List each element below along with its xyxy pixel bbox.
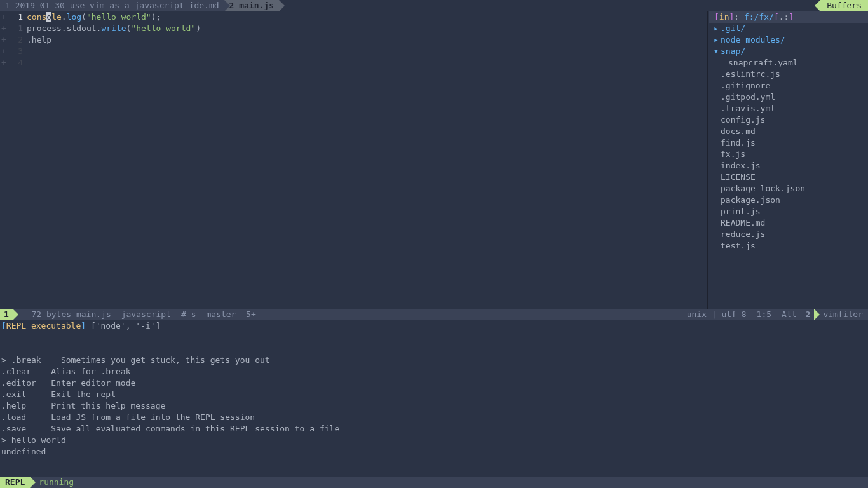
tree-item-label: node_modules/ xyxy=(721,34,785,46)
code-text[interactable]: process.stdout.write("hello world") xyxy=(27,23,201,34)
file-item[interactable]: package.json xyxy=(709,194,868,206)
tree-item-label: snap/ xyxy=(721,46,745,57)
buffers-indicator[interactable]: Buffers xyxy=(820,0,868,11)
status-bar: 1 - 72 bytes main.js javascript # s mast… xyxy=(0,309,868,320)
repl-output-line: .exit Exit the repl xyxy=(0,389,868,400)
file-item[interactable]: .gitpod.yml xyxy=(709,92,868,103)
repl-output-line: .editor Enter editor mode xyxy=(0,377,868,389)
tree-item-label: index.js xyxy=(721,160,761,172)
repl-executable-line: [REPL executable] ['node', '-i'] xyxy=(0,320,868,332)
file-item[interactable]: print.js xyxy=(709,206,868,217)
code-line[interactable]: +2.help xyxy=(0,34,707,46)
code-line[interactable]: +3 xyxy=(0,46,707,57)
repl-output-line: .help Print this help message xyxy=(0,400,868,412)
code-line[interactable]: +1process.stdout.write("hello world") xyxy=(0,23,707,34)
tab-main.js[interactable]: 2 main.js xyxy=(224,0,279,11)
tree-item-label: package-lock.json xyxy=(721,183,805,194)
repl-output-line: .load Load JS from a file into the REPL … xyxy=(0,412,868,423)
tree-item-label: snapcraft.yaml xyxy=(728,57,798,69)
tree-item-label: docs.md xyxy=(721,126,756,137)
git-branch-segment: master 5+ xyxy=(201,309,261,320)
tree-item-label: .eslintrc.js xyxy=(721,69,780,80)
code-line[interactable]: +4 xyxy=(0,57,707,69)
file-tree-pane[interactable]: [in]: f:/fx/[.:] ▸ .git/▸ node_modules/▾… xyxy=(707,11,868,309)
line-number: 4 xyxy=(8,57,27,69)
file-tree-header: [in]: f:/fx/[.:] xyxy=(709,11,868,23)
tree-item-label: .travis.yml xyxy=(721,103,775,114)
chevron-right-icon[interactable]: ▸ xyxy=(712,23,721,34)
line-number: 1 xyxy=(8,23,27,34)
file-item[interactable]: .travis.yml xyxy=(709,103,868,114)
file-item[interactable]: .eslintrc.js xyxy=(709,69,868,80)
tree-item-label: .git/ xyxy=(721,23,745,34)
vimfiler-mode-segment: vimfiler xyxy=(814,309,868,320)
editor-pane[interactable]: +1console.log("hello world");+1process.s… xyxy=(0,11,707,309)
folder-item[interactable]: ▸ node_modules/ xyxy=(709,34,868,46)
tree-item-label: README.md xyxy=(721,217,765,229)
file-item[interactable]: test.js xyxy=(709,240,868,252)
file-item[interactable]: LICENSE xyxy=(709,172,868,183)
tree-item-label: reduce.js xyxy=(721,229,765,240)
code-text[interactable]: .help xyxy=(27,34,51,46)
gutter-sign: + xyxy=(0,34,8,46)
tab-bar: 1 2019-01-30-use-vim-as-a-javascript-ide… xyxy=(0,0,868,11)
cursor-position-segment: 1:5 xyxy=(752,309,776,320)
repl-output-line xyxy=(0,332,868,343)
tree-item-label: .gitpod.yml xyxy=(721,92,775,103)
repl-pane[interactable]: [REPL executable] ['node', '-i'] -------… xyxy=(0,320,868,477)
tree-item-label: test.js xyxy=(721,240,756,252)
tree-item-label: config.js xyxy=(721,114,765,126)
gutter-sign: + xyxy=(0,11,8,23)
repl-output-line: --------------------- xyxy=(0,343,868,355)
file-item[interactable]: .gitignore xyxy=(709,80,868,92)
repl-output-line: > .break Sometimes you get stuck, this g… xyxy=(0,355,868,366)
chevron-right-icon[interactable]: ▸ xyxy=(712,34,721,46)
repl-output-line: > hello world xyxy=(0,435,868,446)
line-number: 2 xyxy=(8,34,27,46)
tree-item-label: find.js xyxy=(721,137,756,149)
window-number-1: 1 xyxy=(0,309,13,320)
tree-item-label: LICENSE xyxy=(721,172,756,183)
repl-status-bar: REPL running xyxy=(0,477,868,488)
file-item[interactable]: README.md xyxy=(709,217,868,229)
repl-label: REPL xyxy=(0,477,30,488)
window-number-2: 2 xyxy=(802,309,815,320)
tree-item-label: package.json xyxy=(721,194,780,206)
file-item[interactable]: index.js xyxy=(709,160,868,172)
file-format-segment: unix | utf-8 xyxy=(682,309,752,320)
filetype-segment: javascript xyxy=(116,309,176,320)
gutter-sign: + xyxy=(0,46,8,57)
file-item[interactable]: reduce.js xyxy=(709,229,868,240)
chevron-down-icon[interactable]: ▾ xyxy=(712,46,721,57)
folder-item[interactable]: ▾ snap/ xyxy=(709,46,868,57)
file-item[interactable]: docs.md xyxy=(709,126,868,137)
file-item[interactable]: snapcraft.yaml xyxy=(709,57,868,69)
scroll-percent-segment: All xyxy=(776,309,801,320)
code-line[interactable]: +1console.log("hello world"); xyxy=(0,11,707,23)
main-area: +1console.log("hello world");+1process.s… xyxy=(0,11,868,309)
file-item[interactable]: find.js xyxy=(709,137,868,149)
gutter-sign: + xyxy=(0,23,8,34)
tree-item-label: print.js xyxy=(721,206,761,217)
file-item[interactable]: package-lock.json xyxy=(709,183,868,194)
file-item[interactable]: fx.js xyxy=(709,149,868,160)
tree-item-label: .gitignore xyxy=(721,80,770,92)
code-text[interactable]: console.log("hello world"); xyxy=(27,11,161,23)
tree-item-label: fx.js xyxy=(721,149,745,160)
repl-output-line: .save Save all evaluated commands in thi… xyxy=(0,423,868,435)
tabbar-spacer xyxy=(279,0,820,11)
folder-item[interactable]: ▸ .git/ xyxy=(709,23,868,34)
repl-running-status: running xyxy=(30,477,79,488)
repl-output-line: undefined xyxy=(0,446,868,458)
line-number: 3 xyxy=(8,46,27,57)
file-info: - 72 bytes main.js xyxy=(13,309,116,320)
tab-2019-01-30-use-vim-as-a-javascript-ide.md[interactable]: 1 2019-01-30-use-vim-as-a-javascript-ide… xyxy=(0,0,224,11)
gutter-sign: + xyxy=(0,57,8,69)
repl-output-line: .clear Alias for .break xyxy=(0,366,868,377)
file-item[interactable]: config.js xyxy=(709,114,868,126)
line-number: 1 xyxy=(8,11,27,23)
cursor: o xyxy=(46,12,51,22)
